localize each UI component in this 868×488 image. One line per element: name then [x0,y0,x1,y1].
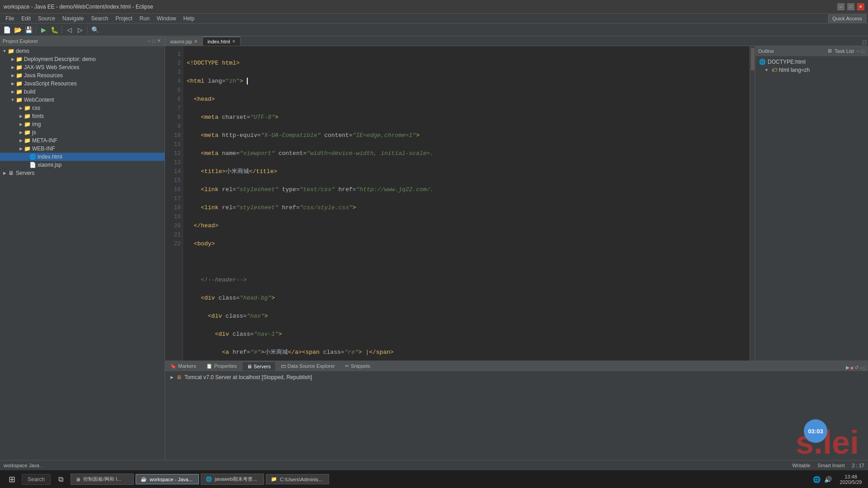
editor-tab-maximize[interactable]: □ [861,39,868,46]
menu-run[interactable]: Run [136,14,153,23]
tree-item-index-html[interactable]: 🌐 index.html [0,153,165,161]
tree-item-fonts[interactable]: ▶ 📁 fonts [0,112,165,120]
server-start-icon[interactable]: ▶ [846,365,849,371]
menu-navigate[interactable]: Navigate [59,14,87,23]
tree-label-fonts: fonts [32,113,44,119]
outline-icon-doctype: 🌐 [759,59,766,65]
network-icon[interactable]: 🌐 [813,476,821,483]
pe-tree: ▼ 📁 demo ▶ 📁 Deployment Descriptor: demo… [0,46,165,460]
bottom-tab-datasource[interactable]: 🗃 Data Source Explorer [276,361,340,371]
code-editor[interactable]: 12345 678910 1112131415 1617181920 2122 … [165,46,755,361]
bottom-maximize-icon[interactable]: □ [863,365,866,371]
pe-minimize-icon[interactable]: − [146,38,151,44]
bottom-minimize-icon[interactable]: − [859,365,862,371]
search-button[interactable]: Search [22,474,51,485]
tree-label-webcontent: WebContent [24,97,54,103]
tasklist-title[interactable]: Task List [833,48,856,54]
tb-save[interactable]: 💾 [24,25,33,35]
menu-edit[interactable]: Edit [18,14,34,23]
tree-arrow-img: ▶ [18,122,24,127]
menu-file[interactable]: File [2,14,18,23]
server-restart-icon[interactable]: ↺ [854,365,859,371]
close-btn[interactable]: ✕ [857,3,864,10]
code-content[interactable]: <!DOCTYPE html> <html lang="zh"> <head> … [183,46,750,361]
tree-item-build[interactable]: ▶ 📁 build [0,88,165,96]
snippets-icon: ✂ [345,363,349,369]
tree-label-java-resources: Java Resources [24,72,63,79]
bottom-content: ▶ 🖥 Tomcat v7.0 Server at localhost [Sto… [165,371,868,460]
outline-item-html[interactable]: ▼ 🏷 html lang=zh [757,66,866,74]
bottom-tab-servers[interactable]: 🖥 Servers [242,361,276,371]
menu-window[interactable]: Window [153,14,180,23]
time-bubble: 03:03 [804,419,827,443]
bottom-tab-snippets[interactable]: ✂ Snippets [340,361,375,371]
menu-project[interactable]: Project [112,14,136,23]
bottom-tab-snippets-label: Snippets [351,363,370,369]
tree-arrow-deployment: ▶ [10,57,15,61]
tb-open[interactable]: 📂 [13,25,23,35]
tree-item-js[interactable]: ▶ 📁 js [0,128,165,136]
pe-maximize-icon[interactable]: □ [151,38,156,44]
bottom-tab-properties[interactable]: 📋 Properties [201,361,242,371]
tree-arrow-webcontent: ▼ [10,98,15,102]
eclipse-label: workspace - Java... [150,477,193,482]
pe-title: Project Explorer [3,38,146,44]
tree-item-deployment[interactable]: ▶ 📁 Deployment Descriptor: demo [0,55,165,63]
rp-maximize-icon[interactable]: □ [860,48,865,54]
tab-xiaomi-jsp[interactable]: xiaomi.jsp ✕ [165,37,203,46]
outline-view-menu[interactable]: ⊞ [827,48,833,54]
tree-icon-deployment: 📁 [15,56,23,63]
rp-minimize-icon[interactable]: − [856,48,860,54]
menu-help[interactable]: Help [180,14,198,23]
taskbar-app-javaweb[interactable]: 🌐 javaweb期末考查... [201,474,264,485]
code-line-8: <link rel="stylesheet" type="text/css" h… [187,185,746,194]
speaker-icon[interactable]: 🔊 [824,476,832,483]
tab-index-html[interactable]: index.html ✕ [203,37,241,46]
tab-close-index-html[interactable]: ✕ [232,39,236,44]
tree-item-demo[interactable]: ▼ 📁 demo [0,47,165,55]
tb-forward[interactable]: ▷ [75,25,85,35]
tree-item-web-inf[interactable]: ▶ 📁 WEB-INF [0,145,165,153]
taskbar-app-eclipse[interactable]: ☕ workspace - Java... [136,474,199,484]
tree-item-css[interactable]: ▶ 📁 css [0,104,165,112]
tb-run[interactable]: ▶ [38,25,48,35]
tree-icon-css: 📁 [24,104,31,112]
tree-arrow-fonts: ▶ [18,114,24,118]
tree-item-jaxws[interactable]: ▶ 📁 JAX-WS Web Services [0,63,165,71]
start-button[interactable]: ⊞ [4,471,20,488]
tree-item-webcontent[interactable]: ▼ 📁 WebContent [0,96,165,104]
clock[interactable]: 13:48 2020/5/29 [837,474,864,485]
menu-search[interactable]: Search [87,14,112,23]
taskbar-app-explorer[interactable]: 📁 C:\Users\Adminis... [266,474,329,484]
outline-item-doctype[interactable]: 🌐 DOCTYPE:html [757,58,866,66]
scroll-thumb[interactable] [751,48,755,70]
bottom-tab-markers[interactable]: 🔖 Markers [165,361,201,371]
tb-new[interactable]: 📄 [2,25,12,35]
task-view-btn[interactable]: ⧉ [52,471,69,488]
server-stop-icon[interactable]: ■ [850,365,854,371]
server-row-tomcat[interactable]: ▶ 🖥 Tomcat v7.0 Server at localhost [Sto… [169,373,864,382]
outline-label-doctype: DOCTYPE:html [768,59,806,65]
code-line-11: <body> [187,239,746,249]
control-panel-label: 控制面板/网和 I... [83,476,121,483]
tree-item-img[interactable]: ▶ 📁 img [0,120,165,128]
quick-access-button[interactable]: Quick Access [828,14,866,23]
tb-debug[interactable]: 🐛 [49,25,59,35]
tb-back[interactable]: ◁ [64,25,74,35]
menu-source[interactable]: Source [34,14,59,23]
taskbar-app-control-panel[interactable]: 🖥 控制面板/网和 I... [71,474,134,485]
tree-item-servers[interactable]: ▶ 🖥 Servers [0,169,165,177]
maximize-btn[interactable]: □ [847,3,854,10]
pe-close-icon[interactable]: ✕ [156,38,162,44]
tree-item-meta-inf[interactable]: ▶ 📁 META-INF [0,136,165,145]
tree-item-java-resources[interactable]: ▶ 📁 Java Resources [0,71,165,80]
tree-item-xiaomi-jsp[interactable]: 📄 xiaomi.jsp [0,161,165,169]
tree-item-js-resources[interactable]: ▶ 📁 JavaScript Resources [0,80,165,88]
tree-icon-webcontent: 📁 [15,96,23,103]
code-line-3: <head> [187,95,746,104]
tab-close-xiaomi-jsp[interactable]: ✕ [194,39,198,44]
tb-search[interactable]: 🔍 [90,25,100,35]
status-smart-insert: Smart Insert [818,463,845,468]
tree-arrow-css: ▶ [18,106,24,110]
minimize-btn[interactable]: ─ [837,3,844,10]
